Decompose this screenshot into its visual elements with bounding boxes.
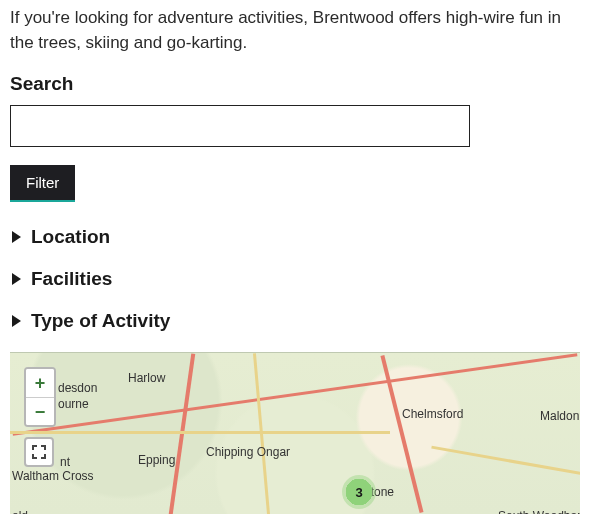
cluster-count: 3	[355, 485, 362, 500]
zoom-controls: + −	[24, 367, 56, 427]
facet-label: Facilities	[31, 268, 112, 290]
facet-type-of-activity[interactable]: Type of Activity	[0, 296, 590, 338]
facet-facilities[interactable]: Facilities	[0, 254, 590, 296]
fullscreen-button[interactable]	[24, 437, 54, 467]
triangle-right-icon	[12, 231, 21, 243]
map-road	[10, 431, 390, 434]
filter-button[interactable]: Filter	[10, 165, 75, 202]
search-input[interactable]	[10, 105, 470, 147]
triangle-right-icon	[12, 315, 21, 327]
triangle-right-icon	[12, 273, 21, 285]
facet-label: Type of Activity	[31, 310, 170, 332]
map[interactable]: HarlowdesdonourneChelmsfordMaldonChippin…	[10, 352, 580, 514]
zoom-out-button[interactable]: −	[26, 397, 54, 425]
facet-label: Location	[31, 226, 110, 248]
intro-text: If you're looking for adventure activiti…	[0, 0, 590, 73]
fullscreen-icon	[32, 445, 46, 459]
zoom-in-button[interactable]: +	[26, 369, 54, 397]
facet-location[interactable]: Location	[0, 212, 590, 254]
search-label: Search	[0, 73, 590, 105]
